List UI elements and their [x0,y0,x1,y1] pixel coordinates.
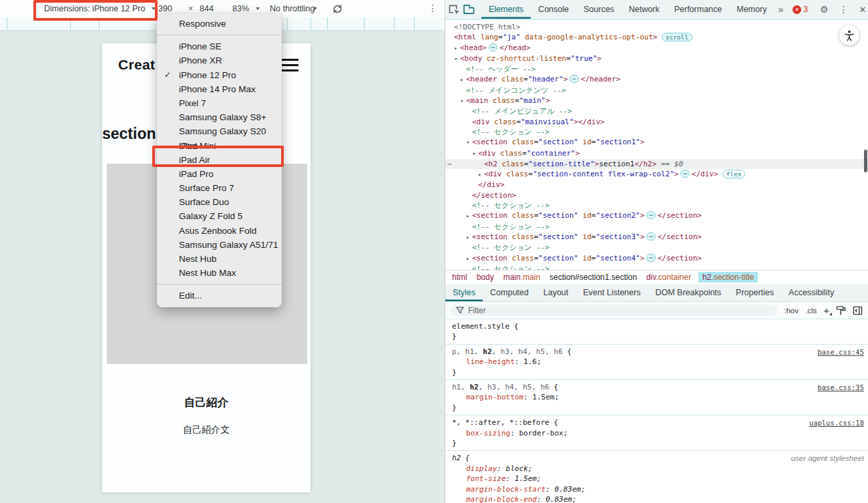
toggle-device-toolbar-button[interactable] [463,1,475,17]
close-devtools-icon[interactable] [859,5,866,15]
toggle-element-state-button[interactable]: :hov [784,307,799,315]
dom-tree-node[interactable]: <!-- ヘッダー --> [445,64,868,74]
dom-tree-node[interactable]: <!-- セクション --> [445,264,868,270]
device-option-responsive[interactable]: Responsive [157,17,282,31]
devtools-tab-performance[interactable]: Performance [667,0,730,19]
dom-tree-node[interactable]: <head></head> [445,43,868,53]
new-style-rule-button[interactable]: + [823,305,829,316]
more-tabs-button[interactable] [778,4,783,15]
customize-devtools-icon[interactable] [839,4,848,15]
dom-tree-node[interactable]: <!DOCTYPE html> [445,22,868,32]
breadcrumb-item[interactable]: body [477,273,494,282]
css-rule[interactable]: *, *::after, *::before {uaplus.css:18box… [445,415,868,450]
css-property[interactable]: box-sizing: border-box; [452,428,864,438]
device-option-nest-hub-max[interactable]: Nest Hub Max [157,266,282,280]
css-property[interactable]: display: block; [452,464,864,474]
collapsed-arrow-icon[interactable] [466,232,472,242]
collapsed-arrow-icon[interactable] [466,211,472,221]
breadcrumb-item[interactable]: section#section1.section [550,273,637,282]
inspect-element-button[interactable] [448,1,460,17]
css-source-link[interactable]: base.css:45 [817,347,864,357]
device-option-surface-duo[interactable]: Surface Duo [157,195,282,209]
devtools-tab-elements[interactable]: Elements [481,0,531,19]
device-option-asus-zenbook-fold[interactable]: Asus Zenbook Fold [157,224,282,238]
dom-tree-node[interactable]: <!-- セクション --> [445,222,868,232]
device-option-samsung-galaxy-s8[interactable]: Samsung Galaxy S8+ [157,110,282,124]
dom-tree-node[interactable]: <div class="section-content flex-wrap-co… [445,169,868,180]
accessibility-fab[interactable] [839,25,859,45]
device-option-iphone-se[interactable]: iPhone SE [157,39,282,53]
css-rule[interactable]: h2 {user agent stylesheetdisplay: block;… [445,450,868,503]
dom-tree-node[interactable]: <!-- セクション --> [445,242,868,253]
breadcrumb-item[interactable]: html [452,273,467,282]
devtools-tab-console[interactable]: Console [531,0,576,19]
css-source-link[interactable]: base.css:35 [817,383,864,393]
device-option-samsung-galaxy-s20-ultra[interactable]: Samsung Galaxy S20 Ultra [157,124,282,138]
expanded-arrow-icon[interactable] [454,54,460,64]
collapsed-arrow-icon[interactable] [466,254,472,264]
collapsed-arrow-icon[interactable] [460,75,466,85]
device-option-galaxy-z-fold-5[interactable]: Galaxy Z Fold 5 [157,209,282,223]
styles-tab-dom-breakpoints[interactable]: DOM Breakpoints [648,284,728,301]
css-property[interactable]: margin-bottom: 1.5em; [452,392,864,402]
expanded-arrow-icon[interactable] [466,138,472,148]
dom-tree-node[interactable]: <section class="section" id="section4"><… [445,253,868,264]
device-option-samsung-galaxy-a51-71[interactable]: Samsung Galaxy A51/71 [157,238,282,252]
breadcrumb-item[interactable]: h2.section-title [698,272,758,283]
dom-tree-node[interactable]: <body cz-shortcut-listen="true"> [445,53,868,64]
hamburger-menu-icon[interactable] [279,59,298,75]
dom-tree-node[interactable]: <section class="section" id="section2"><… [445,210,868,221]
device-option-iphone-12-pro[interactable]: iPhone 12 Pro [157,68,282,82]
console-errors-indicator[interactable]: 3 [793,5,808,14]
breadcrumb-item[interactable]: div.container [646,273,691,282]
expanded-arrow-icon[interactable] [460,96,466,106]
dom-tree-node[interactable]: <div class="container"> [445,148,868,159]
styles-tab-event-listeners[interactable]: Event Listeners [576,284,648,301]
dom-tree-node[interactable]: <header class="header"></header> [445,74,868,85]
elements-scrollbar-thumb[interactable] [864,150,867,172]
rotate-viewport-button[interactable] [332,3,343,14]
dom-tree-node[interactable]: <section class="section" id="section3"><… [445,232,868,242]
devtools-tab-memory[interactable]: Memory [729,0,774,19]
css-property[interactable]: font-size: 1.5em; [452,474,864,484]
css-property[interactable]: margin-block-end: 0.83em; [452,494,864,503]
css-source-link[interactable]: uaplus.css:18 [809,418,864,428]
css-property[interactable]: line-height: 1.6; [452,357,864,367]
dom-tree-node[interactable]: <section class="section" id="section1"> [445,137,868,148]
more-options-icon[interactable] [428,3,437,13]
expanded-arrow-icon[interactable] [472,149,478,159]
styles-tab-layout[interactable]: Layout [536,284,576,301]
dom-tree-node[interactable]: </section> [445,190,868,200]
styles-filter-input[interactable]: Filter [451,305,777,316]
dom-tree-node[interactable]: <div class="mainvisual"></div> [445,117,868,127]
dom-tree-node[interactable]: <!-- セクション --> [445,127,868,137]
dom-tree-node[interactable]: <!-- メインコンテンツ --> [445,86,868,96]
collapsed-arrow-icon[interactable] [478,170,484,180]
device-option-pixel-7[interactable]: Pixel 7 [157,96,282,110]
toggle-sidebar-button[interactable] [853,306,863,315]
collapsed-arrow-icon[interactable] [454,43,460,53]
css-rule[interactable]: h1, h2, h3, h4, h5, h6 {base.css:35margi… [445,379,868,415]
device-option-iphone-14-pro-max[interactable]: iPhone 14 Pro Max [157,82,282,96]
settings-gear-icon[interactable] [820,4,829,15]
styles-tab-computed[interactable]: Computed [483,284,536,301]
dom-tree-node[interactable]: <main class="main"> [445,96,868,106]
styles-tab-styles[interactable]: Styles [445,284,483,301]
styles-tab-accessibility[interactable]: Accessibility [781,284,841,301]
css-property[interactable]: margin-block-start: 0.83em; [452,484,864,494]
dom-tree-node[interactable]: <!-- メインビジュアル --> [445,106,868,116]
device-option-surface-pro-7[interactable]: Surface Pro 7 [157,181,282,195]
dom-tree-node[interactable]: <html lang="ja" data-google-analytics-op… [445,32,868,42]
breadcrumb-item[interactable]: main.main [503,273,540,282]
css-rule[interactable]: p, h1, h2, h3, h4, h5, h6 {base.css:45li… [445,344,868,379]
device-option-nest-hub[interactable]: Nest Hub [157,252,282,266]
devtools-tab-network[interactable]: Network [622,0,667,19]
devtools-tab-sources[interactable]: Sources [576,0,622,19]
dom-tree-node[interactable]: <!-- セクション --> [445,200,868,210]
device-option-ipad-pro[interactable]: iPad Pro [157,167,282,181]
dom-tree-node[interactable]: </div> [445,180,868,190]
css-rule[interactable]: element.style {} [445,319,868,344]
element-classes-button[interactable]: .cls [805,307,817,315]
device-option-edit[interactable]: Edit... [157,289,282,303]
rendering-emulations-button[interactable] [836,305,846,315]
